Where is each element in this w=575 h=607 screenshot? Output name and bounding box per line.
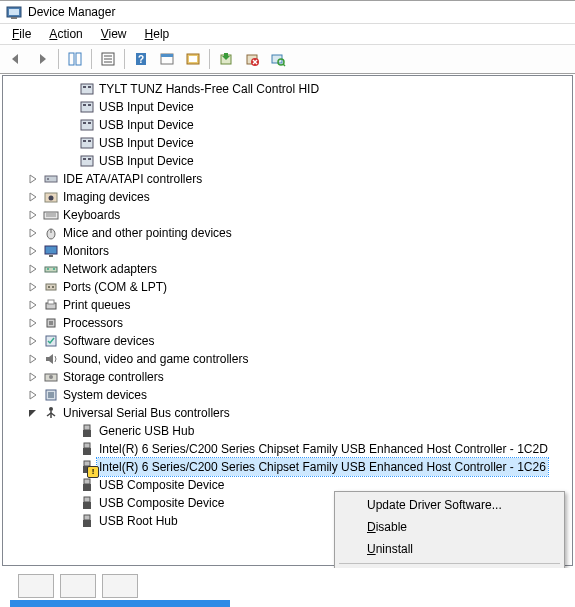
svg-rect-24 bbox=[83, 86, 86, 88]
menu-action[interactable]: Action bbox=[41, 25, 90, 43]
tree-category[interactable]: Keyboards bbox=[7, 206, 572, 224]
menu-view[interactable]: View bbox=[93, 25, 135, 43]
expand-icon[interactable] bbox=[27, 227, 39, 239]
menu-help[interactable]: Help bbox=[137, 25, 178, 43]
tree-category[interactable]: IDE ATA/ATAPI controllers bbox=[7, 170, 572, 188]
expand-icon[interactable] bbox=[27, 191, 39, 203]
expand-icon[interactable] bbox=[27, 317, 39, 329]
taskbar-strip bbox=[10, 600, 230, 607]
ctx-update-driver[interactable]: Update Driver Software... bbox=[337, 494, 562, 516]
tree-item-label: System devices bbox=[61, 386, 149, 404]
ctx-disable[interactable]: Disable bbox=[337, 516, 562, 538]
svg-point-64 bbox=[49, 407, 53, 411]
tree-category[interactable]: Monitors bbox=[7, 242, 572, 260]
taskbar-thumb bbox=[18, 574, 54, 598]
svg-rect-69 bbox=[83, 430, 91, 437]
tree-spacer bbox=[63, 137, 75, 149]
ide-icon bbox=[43, 171, 59, 187]
tree-category-usb[interactable]: Universal Serial Bus controllers bbox=[7, 404, 572, 422]
tree-spacer bbox=[63, 443, 75, 455]
tree-item-hid[interactable]: TYLT TUNZ Hands-Free Call Control HID bbox=[7, 80, 572, 98]
expand-icon[interactable] bbox=[27, 371, 39, 383]
tree-item-hid[interactable]: USB Input Device bbox=[7, 134, 572, 152]
tree-category[interactable]: Storage controllers bbox=[7, 368, 572, 386]
tree-category[interactable]: Network adapters bbox=[7, 260, 572, 278]
app-icon bbox=[6, 4, 22, 20]
toolbar-separator bbox=[209, 49, 210, 69]
svg-rect-31 bbox=[88, 122, 91, 124]
expand-icon[interactable] bbox=[27, 389, 39, 401]
tree-category[interactable]: Processors bbox=[7, 314, 572, 332]
svg-rect-79 bbox=[83, 520, 91, 527]
tree-item-label: USB Composite Device bbox=[97, 476, 226, 494]
back-button[interactable] bbox=[4, 47, 28, 71]
ctx-uninstall[interactable]: Uninstall bbox=[337, 538, 562, 560]
show-hide-tree-button[interactable] bbox=[63, 47, 87, 71]
tree-category[interactable]: Mice and other pointing devices bbox=[7, 224, 572, 242]
tree-spacer bbox=[63, 119, 75, 131]
tree-category[interactable]: Software devices bbox=[7, 332, 572, 350]
view-button[interactable] bbox=[181, 47, 205, 71]
svg-rect-77 bbox=[83, 502, 91, 509]
tree-spacer bbox=[63, 425, 75, 437]
uninstall-button[interactable] bbox=[240, 47, 264, 71]
tree-item-label: USB Input Device bbox=[97, 134, 196, 152]
hid-icon bbox=[79, 153, 95, 169]
expand-icon[interactable] bbox=[27, 263, 39, 275]
svg-rect-3 bbox=[69, 53, 74, 65]
tree-item-label: Processors bbox=[61, 314, 125, 332]
svg-rect-37 bbox=[88, 158, 91, 160]
tree-category[interactable]: System devices bbox=[7, 386, 572, 404]
tree-spacer bbox=[63, 497, 75, 509]
svg-rect-33 bbox=[83, 140, 86, 142]
tree-category[interactable]: Print queues bbox=[7, 296, 572, 314]
printer-icon bbox=[43, 297, 59, 313]
taskbar-thumb bbox=[102, 574, 138, 598]
expand-icon[interactable] bbox=[27, 335, 39, 347]
tree-spacer bbox=[63, 83, 75, 95]
usbdev-icon bbox=[79, 513, 95, 529]
tree-item-label: Sound, video and game controllers bbox=[61, 350, 250, 368]
usbdev-icon bbox=[79, 423, 95, 439]
toolbar-separator bbox=[91, 49, 92, 69]
tree-item-usb[interactable]: Generic USB Hub bbox=[7, 422, 572, 440]
tree-item-usb[interactable]: Intel(R) 6 Series/C200 Series Chipset Fa… bbox=[7, 440, 572, 458]
tree-item-hid[interactable]: USB Input Device bbox=[7, 98, 572, 116]
expand-icon[interactable] bbox=[27, 209, 39, 221]
svg-rect-78 bbox=[84, 515, 90, 520]
expand-icon[interactable] bbox=[27, 281, 39, 293]
action-button[interactable] bbox=[155, 47, 179, 71]
tree-item-label: USB Input Device bbox=[97, 98, 196, 116]
svg-rect-12 bbox=[161, 54, 173, 57]
cpu-icon bbox=[43, 315, 59, 331]
tree-item-label: Keyboards bbox=[61, 206, 122, 224]
scan-hardware-button[interactable] bbox=[266, 47, 290, 71]
tree-item-label: Universal Serial Bus controllers bbox=[61, 404, 232, 422]
collapse-icon[interactable] bbox=[27, 407, 39, 419]
expand-icon[interactable] bbox=[27, 173, 39, 185]
update-driver-button[interactable] bbox=[214, 47, 238, 71]
expand-icon[interactable] bbox=[27, 299, 39, 311]
svg-rect-38 bbox=[45, 176, 57, 182]
tree-item-label: USB Input Device bbox=[97, 152, 196, 170]
expand-icon[interactable] bbox=[27, 353, 39, 365]
tree-item-usb[interactable]: !Intel(R) 6 Series/C200 Series Chipset F… bbox=[7, 458, 572, 476]
svg-rect-30 bbox=[83, 122, 86, 124]
tree-item-label: Software devices bbox=[61, 332, 156, 350]
help-button[interactable]: ? bbox=[129, 47, 153, 71]
imaging-icon bbox=[43, 189, 59, 205]
tree-item-hid[interactable]: USB Input Device bbox=[7, 152, 572, 170]
menu-file[interactable]: File bbox=[4, 25, 39, 43]
tree-spacer bbox=[63, 479, 75, 491]
tree-item-label: Mice and other pointing devices bbox=[61, 224, 234, 242]
properties-button[interactable] bbox=[96, 47, 120, 71]
forward-button[interactable] bbox=[30, 47, 54, 71]
tree-category[interactable]: Imaging devices bbox=[7, 188, 572, 206]
svg-rect-28 bbox=[88, 104, 91, 106]
svg-rect-70 bbox=[84, 443, 90, 448]
tree-category[interactable]: Sound, video and game controllers bbox=[7, 350, 572, 368]
expand-icon[interactable] bbox=[27, 245, 39, 257]
tree-item-hid[interactable]: USB Input Device bbox=[7, 116, 572, 134]
svg-rect-29 bbox=[81, 120, 93, 130]
tree-category[interactable]: Ports (COM & LPT) bbox=[7, 278, 572, 296]
